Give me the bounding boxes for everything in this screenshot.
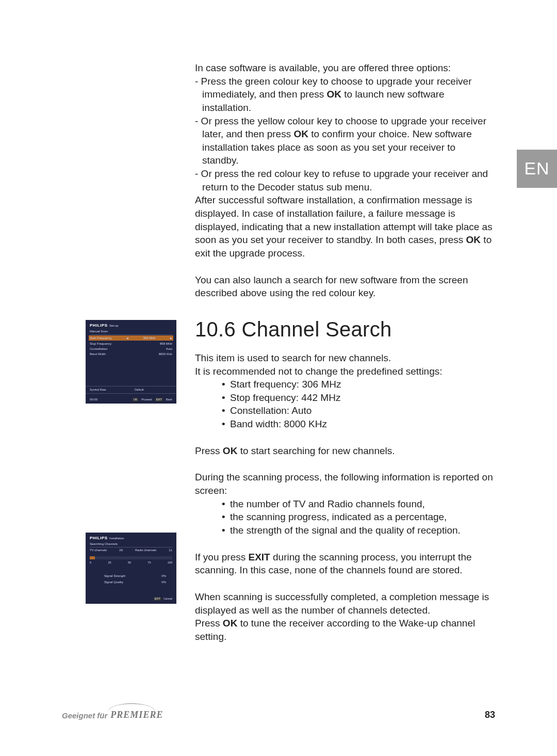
radio-label: Radio channels (135, 548, 156, 552)
ok-bold: OK (327, 89, 342, 100)
scan-intro: During the scanning process, the followi… (195, 471, 494, 497)
signal-quality-row: Signal Quality 0% (104, 580, 166, 584)
divider (86, 393, 176, 394)
tick: 0 (90, 561, 91, 565)
row-start-freq: Start Frequency ◀ 306 MHz ▶ (89, 335, 173, 341)
row-label: Constellation (90, 347, 108, 351)
cs-intro-1: This item is used to search for new chan… (195, 351, 494, 365)
text: After successful software installation, … (195, 195, 493, 245)
option-red: - Or press the red colour key to refuse … (195, 167, 494, 194)
row-label: Start Frequency (90, 336, 112, 340)
intro-paragraph: In case software is available, you are o… (195, 61, 494, 75)
row-constellation: Constellation Auto (90, 347, 172, 351)
tune-paragraph: Press OK to tune the receiver according … (195, 617, 494, 643)
exit-bold: EXIT (249, 552, 270, 562)
text: Press (195, 618, 223, 629)
complete-paragraph: When scanning is successfully completed,… (195, 590, 494, 617)
tick: 25 (108, 561, 111, 565)
scan-info-b: the scanning progress, indicated as a pe… (222, 510, 494, 524)
section-heading: 10.6 Channel Search (195, 315, 494, 343)
text: Press (195, 445, 223, 456)
text: to start searching for new channels. (237, 445, 395, 456)
foot-actions: OK Proceed EXIT Back (133, 398, 172, 401)
press-ok-search: Press OK to start searching for new chan… (195, 444, 494, 458)
sig-quality-val: 0% (161, 580, 166, 584)
exit-paragraph: If you press EXIT during the scanning pr… (195, 551, 494, 577)
progress-fill (90, 556, 95, 559)
tick: 100 (168, 561, 172, 565)
footer-left: Geeignet für PREMIERE (62, 709, 163, 721)
premiere-arc-icon (108, 703, 155, 712)
tick: 50 (128, 561, 131, 565)
screen-title: Manual Scan (90, 329, 172, 335)
foot-cancel: EXIT Cancel (154, 597, 172, 601)
screen-title: Searching Channels (90, 542, 172, 548)
scan-info-c: the strength of the signal and the quali… (222, 524, 494, 537)
left-arrow-icon: ◀ (126, 336, 128, 340)
tick: 75 (148, 561, 151, 565)
row-label: Stop Frequency (90, 342, 111, 346)
tv-count: 26 (119, 548, 123, 552)
radio-count: 11 (169, 548, 172, 552)
progress-bar (90, 556, 172, 559)
after-install-paragraph: After successful software installation, … (195, 194, 494, 260)
scan-info-a: the number of TV and Radio channels foun… (222, 497, 494, 511)
row-value: 8000 KHz (159, 352, 172, 356)
setting-start: Start frequency: 306 MHz (222, 378, 494, 391)
foot-back: Back (166, 398, 172, 401)
foot-proceed: Proceed (141, 398, 152, 401)
setting-stop: Stop frequency: 442 MHz (222, 391, 494, 405)
setting-constellation: Constellation: Auto (222, 404, 494, 417)
text: to tune the receiver according to the Wa… (195, 618, 475, 642)
option-green: - Press the green colour key to choose t… (195, 75, 494, 115)
brand-logo: PHILIPS (90, 536, 108, 541)
also-paragraph: You can also launch a search for new sof… (195, 274, 494, 300)
brand-mode: Installation (109, 536, 124, 540)
row-label: Band Width (90, 352, 106, 356)
language-tab: EN (517, 150, 557, 188)
hint-row: Symbol Rate Default (90, 388, 172, 392)
settings-list: Start frequency: 306 MHz Stop frequency:… (195, 378, 494, 431)
brand-mode: Set-up (109, 324, 119, 328)
ok-bold: OK (223, 445, 238, 456)
divider (86, 386, 176, 387)
ok-bold: OK (466, 234, 481, 245)
text: If you press (195, 552, 249, 562)
brand-logo: PHILIPS (90, 323, 108, 329)
screenshot-searching-channels: PHILIPS Installation Searching Channels … (86, 533, 176, 604)
screenshot-manual-scan: PHILIPS Set-up Manual Scan Start Frequen… (86, 320, 176, 404)
signal-strength-row: Signal Strength 0% (104, 574, 166, 578)
page-number: 83 (485, 709, 495, 721)
foot-time: 00:00 (90, 397, 97, 401)
hint-left: Symbol Rate (90, 388, 106, 392)
exit-key-icon: EXIT (155, 398, 163, 401)
sig-strength-label: Signal Strength (104, 574, 125, 578)
row-value: Auto (166, 347, 172, 351)
premiere-logo: PREMIERE (110, 709, 163, 721)
setting-bandwidth: Band width: 8000 KHz (222, 417, 494, 431)
row-stop-freq: Stop Frequency 858 MHz (90, 342, 172, 346)
page-footer: Geeignet für PREMIERE 83 (62, 709, 495, 721)
counts-row: TV channels 26 Radio channels 11 (90, 548, 172, 552)
option-yellow: - Or press the yellow colour key to choo… (195, 115, 494, 168)
right-arrow-icon: ▶ (170, 336, 172, 340)
body-text-column: In case software is available, you are o… (195, 61, 494, 643)
row-value: 858 MHz (160, 342, 172, 346)
cs-intro-2: It is recommended not to change the pred… (195, 365, 494, 378)
scan-info-list: the number of TV and Radio channels foun… (195, 497, 494, 537)
row-bandwidth: Band Width 8000 KHz (90, 352, 172, 356)
sig-quality-label: Signal Quality (104, 580, 123, 584)
progress-ticks: 0 25 50 75 100 (90, 561, 172, 565)
sig-strength-val: 0% (161, 574, 166, 578)
row-value: 306 MHz (143, 336, 156, 340)
ok-bold: OK (223, 618, 238, 629)
exit-key-icon: EXIT (154, 597, 161, 601)
footer-fit-text: Geeignet für (62, 711, 107, 721)
ok-key-icon: OK (133, 398, 138, 401)
foot-cancel-label: Cancel (163, 597, 172, 601)
ok-bold: OK (293, 128, 308, 139)
hint-mid: Default (135, 388, 143, 392)
tv-label: TV channels (90, 548, 107, 552)
